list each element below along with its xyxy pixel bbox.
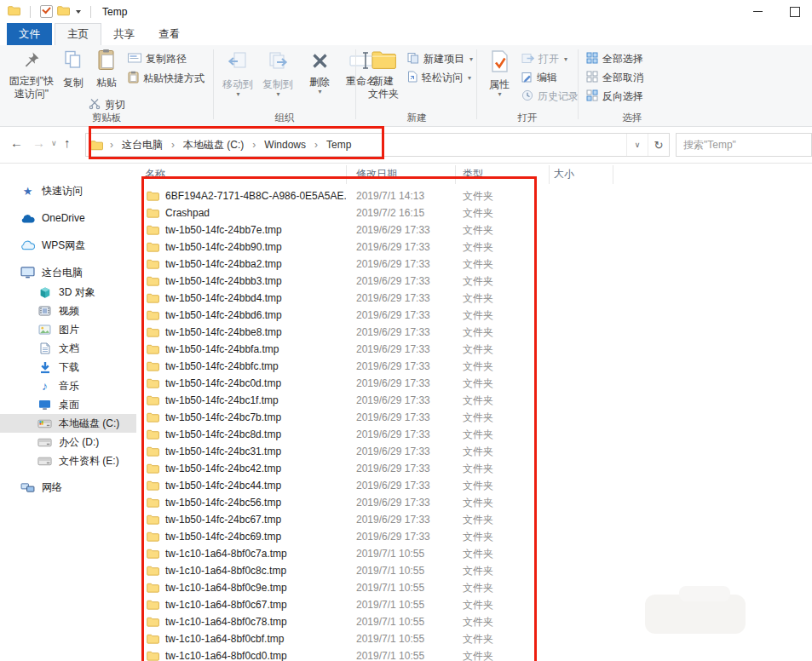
file-row[interactable]: tw-1b50-14fc-24bc56.tmp2019/6/29 17:33文件…: [136, 494, 812, 511]
breadcrumb-item[interactable]: Windows: [262, 139, 308, 151]
breadcrumb-item[interactable]: 这台电脑: [120, 138, 164, 152]
sidebar-item[interactable]: ★快速访问: [0, 181, 136, 201]
select-all-button[interactable]: 全部选择: [586, 52, 643, 66]
breadcrumb-chevron-icon[interactable]: ›: [164, 139, 181, 151]
chevron-down-icon: ▾: [469, 56, 473, 63]
file-date-modified: 2019/6/29 17:33: [346, 377, 452, 389]
file-row[interactable]: tw-1b50-14fc-24bbd6.tmp2019/6/29 17:33文件…: [136, 307, 812, 324]
file-row[interactable]: tw-1b50-14fc-24bbfa.tmp2019/6/29 17:33文件…: [136, 341, 812, 358]
file-row[interactable]: tw-1b50-14fc-24bc44.tmp2019/6/29 17:33文件…: [136, 477, 812, 494]
file-row[interactable]: Crashpad2019/7/2 16:15文件夹: [136, 204, 812, 221]
sidebar-item[interactable]: 文件资料 (E:): [0, 451, 136, 470]
back-button[interactable]: ←: [10, 135, 23, 150]
move-to-button[interactable]: 移动到 ▾: [218, 51, 257, 98]
sidebar-item[interactable]: 桌面: [0, 395, 136, 414]
file-row[interactable]: tw-1b50-14fc-24bb90.tmp2019/6/29 17:33文件…: [136, 239, 812, 256]
file-row[interactable]: tw-1b50-14fc-24bc0d.tmp2019/6/29 17:33文件…: [136, 375, 812, 392]
select-none-button[interactable]: 全部取消: [586, 71, 643, 85]
file-row[interactable]: tw-1b50-14fc-24bba2.tmp2019/6/29 17:33文件…: [136, 256, 812, 273]
file-row[interactable]: tw-1c10-1a64-8bf0c7a.tmp2019/7/1 10:55文件…: [136, 545, 812, 562]
sidebar-item[interactable]: 这台电脑: [0, 262, 136, 283]
sidebar-item[interactable]: 3D 对象: [0, 283, 136, 302]
sidebar-item[interactable]: 网络: [0, 477, 136, 497]
file-date-modified: 2019/7/1 14:13: [346, 190, 452, 202]
file-row[interactable]: 6BF194A2-7171-4B8C-A986-0E5A5AE...2019/7…: [136, 187, 812, 204]
file-row[interactable]: tw-1b50-14fc-24bc31.tmp2019/6/29 17:33文件…: [136, 443, 812, 460]
paste-shortcut-button[interactable]: 粘贴快捷方式: [128, 71, 204, 86]
new-folder-button[interactable]: 新建文件夹: [363, 49, 404, 100]
file-name: Crashpad: [165, 207, 210, 219]
file-row[interactable]: tw-1b50-14fc-24bc67.tmp2019/6/29 17:33文件…: [136, 511, 812, 528]
open-button[interactable]: 打开 ▾: [521, 52, 567, 66]
tab-file[interactable]: 文件: [7, 23, 52, 45]
file-row[interactable]: tw-1b50-14fc-24bbfc.tmp2019/6/29 17:33文件…: [136, 358, 812, 375]
search-input[interactable]: [677, 134, 811, 156]
tab-home[interactable]: 主页: [55, 23, 101, 45]
new-item-button[interactable]: 新建项目 ▾: [407, 52, 473, 66]
sidebar-item[interactable]: ♪音乐: [0, 376, 136, 395]
column-header[interactable]: 名称: [136, 165, 347, 184]
sidebar-item[interactable]: WPS网盘: [0, 235, 136, 256]
properties-check-icon[interactable]: [40, 5, 53, 18]
sidebar-item[interactable]: 办公 (D:): [0, 433, 136, 451]
up-button[interactable]: ↑: [64, 135, 71, 150]
easy-access-button[interactable]: 轻松访问 ▾: [407, 71, 471, 85]
file-name: tw-1c10-1a64-8bf0c8c.tmp: [165, 565, 286, 577]
minimize-button[interactable]: [743, 0, 772, 23]
file-row[interactable]: tw-1c10-1a64-8bf0cd0.tmp2019/7/1 10:55文件…: [136, 647, 812, 661]
file-date-modified: 2019/7/1 10:55: [346, 616, 452, 628]
sidebar-item[interactable]: 视频: [0, 302, 136, 320]
file-row[interactable]: tw-1b50-14fc-24bbd4.tmp2019/6/29 17:33文件…: [136, 290, 812, 307]
file-name-cell: tw-1b50-14fc-24bc67.tmp: [136, 514, 346, 526]
properties-button[interactable]: 属性 ▾: [482, 49, 516, 98]
divider: [90, 6, 91, 18]
recent-locations-chevron-icon[interactable]: ∨: [51, 139, 57, 147]
forward-button[interactable]: →: [32, 135, 45, 150]
column-header[interactable]: 大小: [550, 165, 613, 184]
tab-view[interactable]: 查看: [147, 23, 192, 45]
documents-icon: [37, 342, 52, 354]
file-row[interactable]: tw-1b50-14fc-24bbe8.tmp2019/6/29 17:33文件…: [136, 324, 812, 341]
column-header[interactable]: 类型: [456, 165, 550, 184]
file-row[interactable]: tw-1b50-14fc-24bc1f.tmp2019/6/29 17:33文件…: [136, 392, 812, 409]
refresh-icon[interactable]: ↻: [648, 134, 669, 156]
file-row[interactable]: tw-1b50-14fc-24bc7b.tmp2019/6/29 17:33文件…: [136, 409, 812, 426]
sidebar-item[interactable]: 本地磁盘 (C:): [0, 414, 136, 433]
breadcrumb-item[interactable]: 本地磁盘 (C:): [181, 138, 245, 152]
copy-to-label: 复制到: [262, 78, 293, 91]
maximize-icon: [790, 7, 800, 17]
pin-to-quick-access-button[interactable]: 固定到"快速访问": [7, 49, 56, 100]
column-header[interactable]: 修改日期: [347, 165, 456, 184]
invert-selection-button[interactable]: 反向选择: [586, 89, 643, 104]
address-bar[interactable]: › 这台电脑›本地磁盘 (C:)›Windows›Temp ∨ ↻: [85, 133, 670, 157]
copy-path-button[interactable]: 复制路径: [128, 52, 187, 66]
breadcrumb-chevron-icon[interactable]: ›: [245, 139, 262, 151]
file-row[interactable]: tw-1b50-14fc-24bbb3.tmp2019/6/29 17:33文件…: [136, 273, 812, 290]
edit-button[interactable]: 编辑: [521, 71, 557, 85]
address-dropdown-chevron-icon[interactable]: ∨: [626, 134, 648, 156]
paste-button[interactable]: 粘贴: [88, 49, 125, 89]
file-type: 文件夹: [452, 308, 546, 323]
cut-button[interactable]: 剪切: [89, 98, 125, 112]
copy-to-button[interactable]: 复制到 ▾: [258, 51, 297, 98]
easy-access-label: 轻松访问: [422, 71, 463, 85]
file-row[interactable]: tw-1c10-1a64-8bf0c8c.tmp2019/7/1 10:55文件…: [136, 562, 812, 579]
file-row[interactable]: tw-1b50-14fc-24bc69.tmp2019/6/29 17:33文件…: [136, 528, 812, 545]
delete-button[interactable]: 删除 ▾: [302, 51, 337, 95]
file-row[interactable]: tw-1b50-14fc-24bb7e.tmp2019/6/29 17:33文件…: [136, 221, 812, 239]
file-row[interactable]: tw-1b50-14fc-24bc8d.tmp2019/6/29 17:33文件…: [136, 426, 812, 443]
sidebar-item[interactable]: 下载: [0, 358, 136, 376]
sidebar-item[interactable]: 图片: [0, 320, 136, 339]
qat-dropdown-icon[interactable]: [76, 10, 81, 14]
breadcrumb-item[interactable]: Temp: [325, 139, 353, 151]
file-row[interactable]: tw-1b50-14fc-24bc42.tmp2019/6/29 17:33文件…: [136, 460, 812, 477]
folder-icon[interactable]: [57, 4, 70, 20]
breadcrumb-chevron-icon[interactable]: ›: [308, 139, 325, 151]
copy-button[interactable]: 复制: [58, 49, 89, 89]
maximize-button[interactable]: [780, 0, 809, 23]
copy-path-icon: [128, 53, 141, 66]
sidebar-item[interactable]: 文档: [0, 339, 136, 358]
tab-share[interactable]: 共享: [101, 23, 147, 45]
sidebar-item[interactable]: OneDrive: [0, 208, 136, 228]
history-button[interactable]: 历史记录: [521, 89, 579, 104]
